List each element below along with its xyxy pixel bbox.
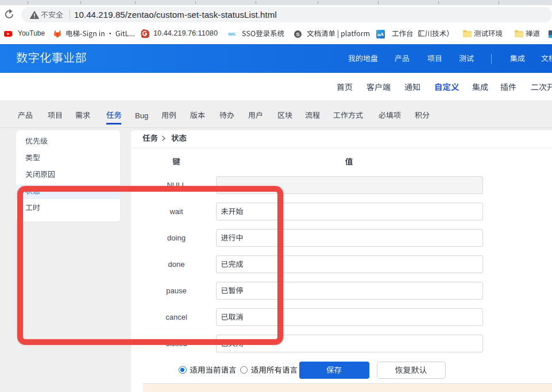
svg-text:S: S (296, 31, 299, 37)
svg-text:IMS: IMS (228, 32, 236, 36)
svg-text:A: A (379, 31, 384, 37)
